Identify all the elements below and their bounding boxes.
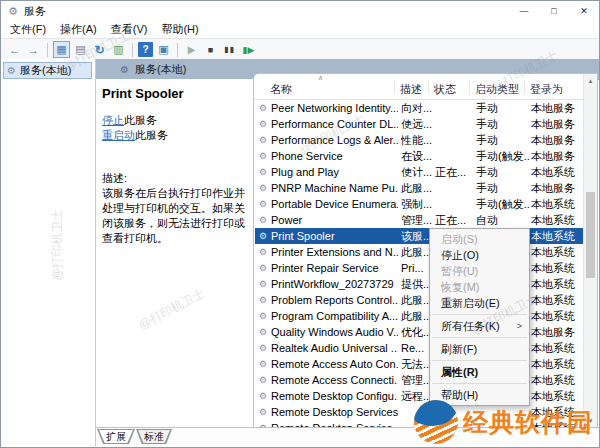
service-gear-icon: ⚙ <box>259 228 270 244</box>
tab-extended[interactable]: 扩展 <box>97 429 135 444</box>
menu-item-1[interactable]: 操作(A) <box>54 21 105 38</box>
services-app-icon: ⚙ <box>8 5 18 18</box>
row-cell-name: Phone Service <box>271 148 398 164</box>
forward-button-icon[interactable]: → <box>25 41 42 58</box>
service-gear-icon: ⚙ <box>259 324 270 340</box>
scroll-up-icon[interactable]: ▲ <box>584 74 597 87</box>
row-cell-logon: 本地系统 <box>531 228 588 244</box>
column-header-1[interactable]: 描述 <box>400 82 422 97</box>
column-header-3[interactable]: 启动类型 <box>475 82 519 97</box>
context-menu-item-0: 启动(S) <box>430 231 529 247</box>
row-cell-logon: 本地系统 <box>531 340 588 356</box>
row-cell-logon: 本地服务 <box>531 116 588 132</box>
tab-standard[interactable]: 标准 <box>136 429 172 444</box>
column-header-0[interactable]: 名称 <box>270 82 292 97</box>
row-cell-name: Portable Device Enumera... <box>271 196 398 212</box>
show-preview-pane-icon[interactable]: ▣ <box>155 41 172 58</box>
menu-item-0[interactable]: 文件(F) <box>4 21 54 38</box>
table-row[interactable]: ⚙Quality Windows Audio V...优化...本地服务 <box>255 324 583 340</box>
context-menu-item-4[interactable]: 重新启动(E) <box>430 295 529 311</box>
table-row[interactable]: ⚙Problem Reports Control...此服...本地系统 <box>255 292 583 308</box>
row-cell-logon: 本地服务 <box>531 324 588 340</box>
services-icon: ⚙ <box>120 64 129 75</box>
stop-service-link[interactable]: 停止 <box>102 114 124 126</box>
table-row[interactable]: ⚙Remote Access Connecti...管理...本地系统 <box>255 372 583 388</box>
row-cell-startup: 手动(触发... <box>476 196 530 212</box>
tree-item-services-local[interactable]: ⚙ 服务(本地) <box>3 62 92 79</box>
service-gear-icon: ⚙ <box>259 180 270 196</box>
back-button-icon[interactable]: ← <box>6 41 23 58</box>
row-cell-status <box>435 100 475 116</box>
row-cell-desc: 性能... <box>401 132 434 148</box>
refresh-icon[interactable]: ↻ <box>91 41 108 58</box>
description-label: 描述: <box>102 171 127 186</box>
row-cell-logon: 本地系统 <box>531 260 588 276</box>
table-row[interactable]: ⚙PrintWorkflow_20273729提供...本地系统 <box>255 276 583 292</box>
row-cell-name: Performance Logs & Aler... <box>271 132 398 148</box>
table-row[interactable]: ⚙Program Compatibility A...此服...本地系统 <box>255 308 583 324</box>
row-cell-logon: 本地系统 <box>531 196 588 212</box>
maximize-button[interactable]: □ <box>539 1 569 21</box>
toolbar-separator <box>132 43 133 57</box>
table-row[interactable]: ⚙Peer Networking Identity...向对...手动本地服务 <box>255 100 583 116</box>
table-row[interactable]: ⚙Performance Counter DL...使远...手动本地服务 <box>255 116 583 132</box>
row-cell-desc: 此服... <box>401 180 434 196</box>
service-gear-icon: ⚙ <box>259 148 270 164</box>
scrollbar-thumb[interactable] <box>586 192 595 278</box>
row-cell-desc: 使远... <box>401 116 434 132</box>
menu-separator <box>432 337 527 338</box>
row-cell-logon: 本地服务 <box>531 100 588 116</box>
table-row[interactable]: ⚙Performance Logs & Aler...性能...手动本地服务 <box>255 132 583 148</box>
table-row[interactable]: ⚙PNRP Machine Name Pu...此服...手动本地服务 <box>255 180 583 196</box>
context-menu-item-6[interactable]: 所有任务(K)> <box>430 318 529 334</box>
minimize-button[interactable]: — <box>509 1 539 21</box>
description-text: 该服务在后台执行打印作业并处理与打印机的交互。如果关闭该服务，则无法进行打印或查… <box>102 186 248 246</box>
sort-ascending-icon: ∧ <box>318 74 323 82</box>
help-icon[interactable]: ? <box>138 42 153 57</box>
row-cell-status <box>435 180 475 196</box>
service-gear-icon: ⚙ <box>259 372 270 388</box>
menu-item-2[interactable]: 查看(V) <box>105 21 156 38</box>
row-cell-name: Printer Extensions and N... <box>271 244 398 260</box>
services-icon: ⚙ <box>7 65 16 76</box>
table-row[interactable]: ⚙Phone Service在设...手动(触发...本地服务 <box>255 148 583 164</box>
vertical-scrollbar[interactable]: ▲ ▼ <box>583 74 597 427</box>
restart-service-icon[interactable]: ▮▶ <box>240 41 257 58</box>
row-cell-logon: 本地系统 <box>531 212 588 228</box>
column-header-2[interactable]: 状态 <box>434 82 456 97</box>
row-cell-startup: 手动 <box>476 116 530 132</box>
pause-service-icon[interactable]: ▮▮ <box>221 41 238 58</box>
row-cell-name: Power <box>271 212 398 228</box>
service-gear-icon: ⚙ <box>259 308 270 324</box>
service-gear-icon: ⚙ <box>259 356 270 372</box>
row-cell-logon: 本地系统 <box>531 244 588 260</box>
context-menu-item-1[interactable]: 停止(O) <box>430 247 529 263</box>
properties-icon[interactable]: ▤ <box>72 41 89 58</box>
context-menu-item-8[interactable]: 刷新(F) <box>430 341 529 357</box>
row-cell-status <box>435 196 475 212</box>
context-menu-item-10[interactable]: 属性(R) <box>430 364 529 380</box>
table-row[interactable]: ⚙Portable Device Enumera...强制...手动(触发...… <box>255 196 583 212</box>
header-separator <box>469 80 470 94</box>
table-row[interactable]: ⚙Print Spooler该服...本地系统 <box>255 228 583 244</box>
column-header-4[interactable]: 登录为 <box>530 82 563 97</box>
row-cell-name: Peer Networking Identity... <box>271 100 398 116</box>
restart-service-link[interactable]: 重启动 <box>102 129 135 141</box>
row-cell-logon: 本地系统 <box>531 292 588 308</box>
table-row[interactable]: ⚙Printer Extensions and N...此服...本地系统 <box>255 244 583 260</box>
table-row[interactable]: ⚙Remote Access Auto Con...无法...本地系统 <box>255 356 583 372</box>
table-row[interactable]: ⚙Power管理...正在...自动本地系统 <box>255 212 583 228</box>
row-cell-status <box>435 116 475 132</box>
close-button[interactable]: ✕ <box>569 1 599 21</box>
menu-item-3[interactable]: 帮助(H) <box>155 21 206 38</box>
table-row[interactable]: ⚙Plug and Play使计...正在...手动本地系统 <box>255 164 583 180</box>
restart-service-suffix: 此服务 <box>135 129 168 141</box>
start-service-icon[interactable]: ▶ <box>183 41 200 58</box>
console-tree-panel: ⚙ 服务(本地) <box>1 59 96 446</box>
stop-service-icon[interactable]: ■ <box>202 41 219 58</box>
export-list-icon[interactable]: ▥ <box>110 41 127 58</box>
show-console-tree-icon[interactable]: ▦ <box>53 41 70 58</box>
table-row[interactable]: ⚙Printer Repair ServicePri...本地系统 <box>255 260 583 276</box>
table-row[interactable]: ⚙Realtek Audio Universal ...Re...本地系统 <box>255 340 583 356</box>
watermark-logo-text: 经典软件园 <box>463 406 593 439</box>
